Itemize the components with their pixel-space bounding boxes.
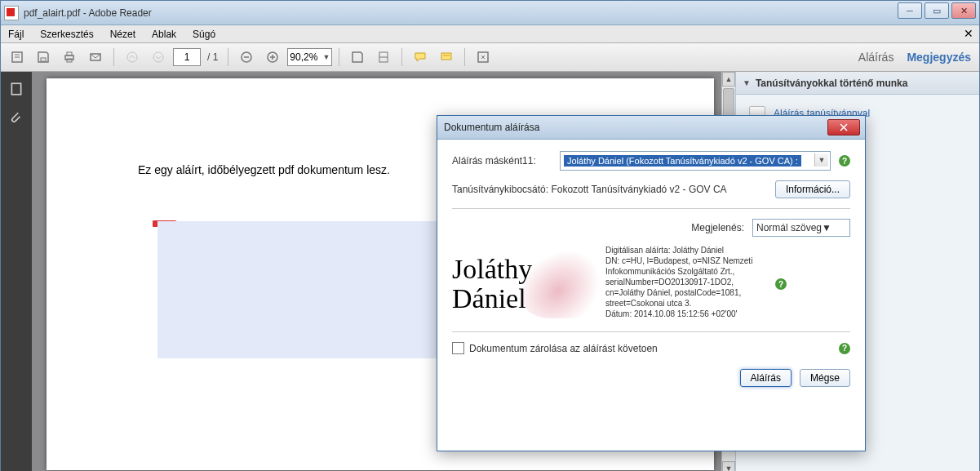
maximize-button[interactable]: ▭ [925,2,949,19]
dialog-body: Aláírás másként11: Joláthy Dániel (Fokoz… [437,140,865,408]
signature-name-text: Joláthy Dániel [452,255,532,313]
zoom-in-icon[interactable] [261,46,284,69]
page-number-input[interactable] [173,48,201,66]
comment-panel-link[interactable]: Megjegyzés [907,51,971,64]
app-icon [4,6,19,20]
help-icon[interactable]: ? [775,278,787,290]
window-title: pdf_alairt.pdf - Adobe Reader [24,7,152,19]
toolbar: / 1 90,2%▼ Aláírás Megjegyzés [1,43,979,72]
dialog-titlebar: Dokumentum aláírása [437,116,865,140]
separator [113,48,114,66]
sign-as-combo[interactable]: Joláthy Dániel (Fokozott Tanúsítványkiad… [560,151,831,171]
left-nav-strip [1,72,32,471]
chevron-down-icon: ▼ [743,78,751,87]
issuer-label: Tanúsítványkibocsátó: Fokozott Tanúsítvá… [452,184,767,195]
chevron-down-icon: ▼ [822,222,831,233]
menu-view[interactable]: Nézet [106,27,140,42]
sign-dialog: Dokumentum aláírása Aláírás másként11: J… [437,115,866,451]
menubar: Fájl Szerkesztés Nézet Ablak Súgó ✕ [1,25,979,43]
mail-icon[interactable] [84,46,107,69]
info-button[interactable]: Információ... [775,180,850,198]
svg-point-7 [153,52,163,62]
svg-rect-13 [11,83,20,95]
chevron-down-icon: ▼ [814,153,828,167]
appearance-value: Normál szöveg [756,222,822,233]
chevron-down-icon: ▼ [322,53,330,61]
page-up-icon[interactable] [121,46,144,69]
appearance-combo[interactable]: Normál szöveg ▼ [752,219,850,237]
cancel-button[interactable]: Mégse [800,369,850,387]
comment-bubble-icon[interactable] [409,46,432,69]
dialog-title: Dokumentum aláírása [444,122,539,133]
menu-window[interactable]: Ablak [148,27,180,42]
help-icon[interactable]: ? [839,155,850,167]
read-mode-icon[interactable] [472,46,494,69]
sign-button[interactable]: Aláírás [740,369,792,387]
save-copy-icon[interactable] [346,46,369,69]
signature-name-graphic: Joláthy Dániel [452,245,599,323]
document-text: Ez egy aláírt, időbélyegzett pdf dokumen… [138,163,390,176]
divider [452,208,850,209]
separator [339,48,339,66]
menu-file[interactable]: Fájl [4,27,28,42]
divider [452,331,850,332]
close-button[interactable]: ✕ [951,2,976,19]
save-icon[interactable] [32,46,55,69]
dialog-close-button[interactable] [827,119,860,136]
zoom-value: 90,2% [290,51,317,63]
minimize-button[interactable]: ─ [898,2,922,19]
sign-as-label: Aláírás másként11: [452,155,552,167]
doc-close-icon[interactable]: ✕ [963,28,974,39]
tools-panel-title: Tanúsítványokkal történő munka [756,78,908,89]
separator [401,48,402,66]
print-icon[interactable] [58,46,81,69]
sign-panel-link[interactable]: Aláírás [858,51,894,64]
thumbnails-icon[interactable] [7,80,25,98]
separator [228,48,228,66]
svg-point-6 [127,52,137,62]
page-total: / 1 [207,51,218,63]
sign-as-value: Joláthy Dániel (Fokozott Tanúsítványkiad… [564,155,801,167]
zoom-out-icon[interactable] [235,46,258,69]
menu-help[interactable]: Súgó [188,27,220,42]
svg-rect-1 [41,58,46,61]
scroll-down-icon[interactable]: ▼ [722,461,735,471]
signature-detail-text: Digitálisan aláírta: Joláthy Dániel DN: … [605,245,769,319]
separator [464,48,465,66]
lock-checkbox[interactable] [452,342,464,354]
main-window: pdf_alairt.pdf - Adobe Reader ─ ▭ ✕ Fájl… [0,0,980,471]
page-down-icon[interactable] [147,46,170,69]
signature-preview: Joláthy Dániel Digitálisan aláírta: Jolá… [452,245,850,323]
export-icon[interactable] [6,46,29,69]
help-icon[interactable]: ? [839,343,850,354]
attachments-icon[interactable] [7,109,25,127]
signature-field[interactable] [157,221,450,358]
lock-label: Dokumentum zárolása az aláírást követoen [469,343,658,354]
titlebar: pdf_alairt.pdf - Adobe Reader ─ ▭ ✕ [1,1,979,25]
scroll-mode-icon[interactable] [372,46,395,69]
menu-edit[interactable]: Szerkesztés [36,27,97,42]
svg-rect-11 [441,53,451,60]
highlight-icon[interactable] [435,46,458,69]
scroll-up-icon[interactable]: ▲ [722,72,735,87]
tools-panel-header[interactable]: ▼Tanúsítványokkal történő munka [736,72,979,95]
appearance-label: Megjelenés: [691,222,744,233]
zoom-select[interactable]: 90,2%▼ [287,48,332,66]
